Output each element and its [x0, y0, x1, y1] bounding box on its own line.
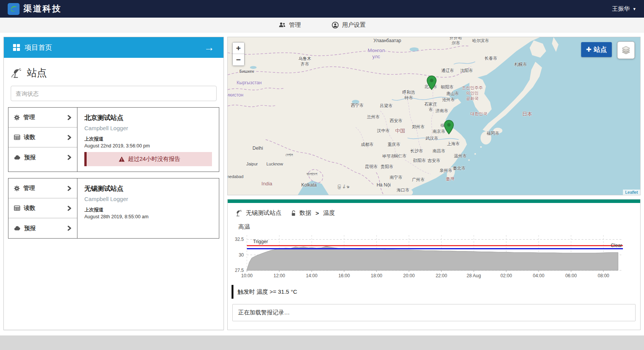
chevron-right-icon	[67, 155, 72, 160]
user-name: 王振华	[612, 5, 630, 13]
svg-text:06:00: 06:00	[565, 273, 577, 278]
map-place-label: 南宁市	[390, 175, 402, 180]
map-place-label: 汉中市	[377, 128, 389, 134]
breadcrumb-station[interactable]: 无锡测试站点	[246, 209, 281, 217]
map-place-label: 贵阳市	[381, 164, 393, 170]
map-place-label: Delhi	[253, 145, 263, 151]
svg-text:Clear: Clear	[611, 243, 622, 248]
station-menu-manage[interactable]: 管理	[8, 108, 77, 128]
map-place-label: 吕梁市	[380, 104, 393, 109]
trigger-condition: 触发时 温度 >= 31.5 °C	[232, 285, 640, 299]
project-home-header[interactable]: 项目首页 →	[4, 37, 223, 58]
chart-area[interactable]: 27.53032.510:0012:0014:0016:0018:0020:00…	[228, 231, 640, 282]
table-icon	[14, 134, 20, 140]
cloud-icon	[14, 155, 21, 160]
map-place-label: 泉州市	[440, 168, 452, 173]
map-place-label: 中国	[395, 128, 405, 134]
zoom-out-button[interactable]: −	[233, 54, 244, 65]
map-place-label: hmedabad	[227, 174, 243, 180]
panel-accent-bar	[228, 200, 640, 203]
station-menu-label: 预报	[24, 225, 36, 232]
map-place-label: 哈尔滨市	[472, 38, 489, 44]
breadcrumb-data[interactable]: 数据	[299, 209, 311, 217]
plus-icon: ✚	[586, 46, 591, 54]
station-menu-readings[interactable]: 读数	[8, 198, 77, 218]
page: 渠道科技 王振华 ▼ 管理 用户设置 项目首页 →	[0, 0, 644, 335]
warning-icon	[118, 156, 125, 162]
station-menu-readings[interactable]: 读数	[8, 128, 77, 147]
map-place-label: Монгол улс	[368, 47, 384, 60]
temperature-chart: 27.53032.510:0012:0014:0016:0018:0020:00…	[230, 231, 627, 280]
station-menu-label: 读数	[24, 204, 35, 212]
zoom-in-button[interactable]: +	[233, 43, 244, 54]
breadcrumb-metric[interactable]: 温度	[323, 209, 335, 217]
chevron-right-icon	[67, 135, 72, 140]
station-card-body: 无锡测试站点 Campbell Logger 上次报道 August 28th …	[77, 178, 219, 238]
satellite-dish-icon	[235, 209, 242, 217]
map-place-label: 昆明市	[365, 164, 378, 170]
map-place-label: নেপাল	[286, 153, 293, 158]
map-place-label: 西宁市	[351, 103, 363, 108]
chart-series-title: 高温	[238, 223, 640, 231]
map-place-label: Бишкек	[239, 69, 254, 74]
brand-name: 渠道科技	[23, 3, 62, 15]
nav-item-admin[interactable]: 管理	[278, 21, 301, 29]
search-input[interactable]	[11, 86, 217, 101]
map-place-label: Hà Nội	[376, 182, 391, 188]
station-card-menu: 管理 读数 预报	[8, 108, 77, 172]
station-logger-type: Campbell Logger	[84, 125, 212, 131]
arrow-right-icon[interactable]: →	[204, 43, 214, 53]
map-labels-layer: УлаанбаатарМонгол улс乌鲁木 齐市БишкекКыргызс…	[228, 37, 640, 195]
nav-item-user-settings[interactable]: 用户设置	[332, 21, 366, 29]
layers-button[interactable]	[617, 41, 635, 59]
chevron-right-icon	[67, 206, 72, 211]
chevron-right-icon	[67, 115, 72, 120]
map-place-label: 唐山市	[446, 91, 459, 96]
map-place-label: 邵阳市	[413, 158, 426, 164]
map[interactable]: УлаанбаатарМонгол улс乌鲁木 齐市БишкекКыргызс…	[227, 37, 641, 195]
map-place-label: 成都市	[361, 142, 373, 147]
map-place-label: বাংলাদেশ	[306, 172, 317, 177]
map-place-label: 武汉市	[426, 136, 438, 141]
map-place-label: 齐齐哈 尔市	[450, 37, 462, 46]
trigger-condition-bar	[232, 285, 233, 299]
map-place-label: Кыргызстан	[237, 80, 261, 86]
map-place-label: India	[261, 181, 272, 187]
map-place-label: 札幌市	[514, 62, 527, 67]
leaflet-link[interactable]: Leaflet	[625, 190, 638, 195]
map-place-label: 朝阳市	[441, 85, 453, 90]
project-panel: 项目首页 → 站点 管理	[3, 37, 224, 330]
users-icon	[278, 22, 286, 28]
map-place-label: 通辽市	[441, 68, 454, 74]
add-station-button[interactable]: ✚ 站点	[581, 42, 612, 57]
station-menu-forecast[interactable]: 预报	[8, 147, 77, 167]
chevron-right-icon	[67, 226, 72, 231]
brand-logo-icon	[8, 3, 20, 15]
station-marker[interactable]	[444, 120, 454, 136]
map-place-label: 福冈市	[486, 131, 499, 136]
station-menu-label: 读数	[24, 134, 35, 141]
map-place-label: Kolkata	[301, 182, 317, 188]
map-place-label: 重庆市	[388, 142, 400, 147]
grid-icon	[13, 44, 20, 51]
station-card: 管理 读数 预报 无锡测试站点 Campbell Logger 上次报道 Aug…	[8, 178, 219, 239]
station-menu-manage[interactable]: 管理	[8, 178, 77, 198]
svg-text:04:00: 04:00	[533, 273, 544, 278]
add-station-label: 站点	[594, 45, 607, 54]
alarm-chart-panel: 无锡测试站点 数据 > 温度 高温 27.53032.510:0012:0014…	[227, 199, 641, 330]
svg-text:30: 30	[239, 252, 244, 258]
stations-list: 管理 读数 预报 北京测试站点 Campbell Logger 上次报道 Aug…	[4, 107, 223, 239]
map-place-label: 西安市	[390, 118, 402, 124]
chevron-right-icon	[67, 186, 72, 191]
user-menu[interactable]: 王振华 ▼	[612, 5, 636, 13]
data-icon	[290, 210, 297, 217]
svg-text:18:00: 18:00	[371, 273, 382, 278]
map-place-label: 石家庄 市	[424, 102, 437, 113]
station-marker[interactable]	[427, 75, 437, 92]
main-content: 项目首页 → 站点 管理	[0, 33, 644, 335]
map-place-label: 대한민국	[470, 112, 487, 117]
map-place-label: 温州市	[454, 154, 467, 159]
station-menu-forecast[interactable]: 预报	[8, 218, 77, 238]
caret-down-icon: ▼	[632, 7, 636, 11]
brand[interactable]: 渠道科技	[8, 3, 62, 15]
